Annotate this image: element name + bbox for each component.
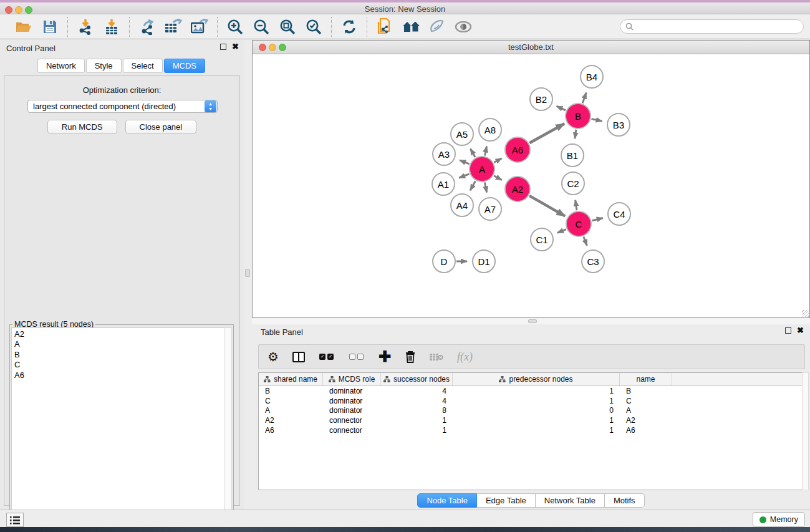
float-panel-icon[interactable]	[220, 44, 226, 50]
mcds-result-item[interactable]: A6	[14, 370, 222, 380]
graph-node-C[interactable]: C	[566, 211, 592, 237]
export-network-icon[interactable]	[138, 18, 156, 36]
column-header-predecessor-nodes[interactable]: predecessor nodes	[453, 373, 620, 385]
table-cell: 4	[381, 387, 453, 395]
criterion-dropdown[interactable]: largest connected component (directed) ▲…	[27, 100, 218, 113]
table-row[interactable]: A6connector11A6	[259, 425, 804, 435]
tab-select[interactable]: Select	[123, 59, 163, 73]
mcds-result-item[interactable]: A2	[14, 329, 222, 339]
window-resize-grip[interactable]	[802, 310, 809, 317]
table-row[interactable]: Cdominator41C	[259, 396, 804, 406]
graph-node-D1[interactable]: D1	[472, 249, 496, 273]
network-window-titlebar[interactable]: testGlobe.txt	[253, 41, 809, 54]
column-header-MCDS-role[interactable]: MCDS role	[323, 373, 381, 385]
graph-node-C2[interactable]: C2	[561, 172, 585, 195]
function-builder-icon[interactable]: f(x)	[457, 351, 473, 364]
zoom-in-icon[interactable]	[226, 18, 244, 36]
tab-motifs[interactable]: Motifs	[605, 493, 645, 508]
delete-row-icon[interactable]	[405, 351, 416, 364]
tab-edge-table[interactable]: Edge Table	[477, 493, 536, 508]
graph-node-A4[interactable]: A4	[450, 193, 474, 217]
status-bar: Memory	[0, 510, 810, 527]
close-panel-icon[interactable]: ✖	[232, 44, 239, 50]
import-table-icon[interactable]	[103, 18, 120, 36]
graph-node-A[interactable]: A	[469, 156, 495, 182]
zoom-out-icon[interactable]	[253, 18, 270, 36]
network-canvas[interactable]: AA6A2BCA1A3A4A5A7A8B1B2B3B4C1C2C3C4DD1	[253, 55, 809, 317]
style-check-icon[interactable]	[428, 18, 446, 36]
export-table-icon[interactable]	[165, 18, 182, 36]
graph-node-B2[interactable]: B2	[529, 87, 553, 111]
column-visibility-icon[interactable]	[292, 352, 305, 362]
dropdown-stepper-icon: ▲▼	[205, 100, 216, 112]
list-icon	[10, 516, 20, 525]
clone-network-icon[interactable]	[376, 18, 393, 36]
table-row[interactable]: A2connector11A2	[259, 415, 804, 425]
horizontal-splitter-handle[interactable]	[528, 319, 537, 323]
deselect-all-icon[interactable]	[349, 354, 365, 360]
add-row-icon[interactable]: ✚	[378, 351, 391, 363]
close-panel-button[interactable]: Close panel	[125, 120, 197, 134]
table-float-panel-icon[interactable]	[785, 327, 791, 334]
graph-node-A5[interactable]: A5	[450, 122, 474, 146]
mcds-result-item[interactable]: C	[14, 360, 222, 370]
mcds-result-list[interactable]: A2ABCA6	[11, 327, 225, 532]
control-panel-tabs: Network Style Select MCDS	[0, 59, 244, 73]
table-scrollbar[interactable]	[802, 372, 809, 490]
table-row[interactable]: Bdominator41B	[259, 386, 804, 396]
window-title: Session: New Session	[0, 4, 810, 14]
table-row[interactable]: Adominator80A	[259, 406, 804, 416]
graph-node-C3[interactable]: C3	[581, 249, 605, 273]
graph-node-A6[interactable]: A6	[504, 137, 531, 163]
tab-network[interactable]: Network	[37, 59, 85, 73]
select-all-icon[interactable]: ✓✓	[319, 354, 335, 360]
graph-node-A7[interactable]: A7	[478, 197, 502, 221]
mcds-result-item[interactable]: A	[14, 339, 222, 349]
show-graphics-details-icon[interactable]	[455, 18, 472, 36]
refresh-icon[interactable]	[340, 18, 358, 36]
import-network-icon[interactable]	[77, 18, 94, 36]
horizontal-splitter	[252, 318, 810, 324]
graph-node-A3[interactable]: A3	[432, 142, 456, 166]
graph-node-B[interactable]: B	[565, 103, 591, 129]
graph-node-A1[interactable]: A1	[432, 172, 455, 196]
mcds-result-scrollbar[interactable]	[224, 327, 232, 532]
save-session-icon[interactable]	[41, 18, 59, 36]
graph-node-C1[interactable]: C1	[530, 228, 554, 251]
tab-network-table[interactable]: Network Table	[536, 493, 605, 508]
vertical-splitter-handle[interactable]	[245, 269, 250, 277]
graph-node-B1[interactable]: B1	[561, 143, 584, 167]
column-header-successor-nodes[interactable]: successor nodes	[381, 373, 453, 385]
graph-node-A8[interactable]: A8	[478, 118, 502, 142]
table-cell: A6	[620, 426, 672, 435]
tab-style[interactable]: Style	[86, 59, 122, 73]
sort-hierarchy-icon	[264, 376, 271, 382]
tab-mcds[interactable]: MCDS	[164, 59, 205, 73]
graph-node-B4[interactable]: B4	[580, 65, 604, 89]
column-header-shared-name[interactable]: shared name	[259, 373, 323, 385]
graph-node-B3[interactable]: B3	[607, 113, 630, 137]
network-view-window: testGlobe.txt AA6A2BCA1A3A4A5A7A8B1B2B3B…	[252, 40, 810, 318]
export-image-icon[interactable]	[191, 18, 208, 36]
graph-node-D[interactable]: D	[432, 249, 456, 273]
mcds-result-item[interactable]: B	[14, 350, 222, 360]
table-cell: 1	[381, 426, 453, 435]
run-mcds-button[interactable]: Run MCDS	[47, 120, 117, 134]
delete-table-icon[interactable]	[430, 352, 443, 362]
desktop-background-bottom	[0, 527, 810, 532]
tab-node-table[interactable]: Node Table	[417, 493, 477, 508]
search-input[interactable]	[637, 22, 798, 31]
task-history-button[interactable]	[6, 513, 24, 527]
open-file-icon[interactable]	[15, 18, 32, 36]
table-close-panel-icon[interactable]: ✖	[797, 327, 804, 334]
settings-gear-icon[interactable]: ⚙	[268, 351, 279, 363]
zoom-fit-content-icon[interactable]	[279, 18, 296, 36]
graph-node-C4[interactable]: C4	[607, 202, 631, 226]
home-view-icon[interactable]	[402, 18, 420, 36]
memory-button[interactable]: Memory	[753, 512, 805, 527]
column-header-name[interactable]: name	[620, 373, 672, 385]
graph-node-A2[interactable]: A2	[504, 176, 531, 202]
zoom-selected-icon[interactable]	[305, 18, 322, 36]
table-cell: A2	[259, 416, 323, 425]
search-box[interactable]	[620, 19, 804, 34]
